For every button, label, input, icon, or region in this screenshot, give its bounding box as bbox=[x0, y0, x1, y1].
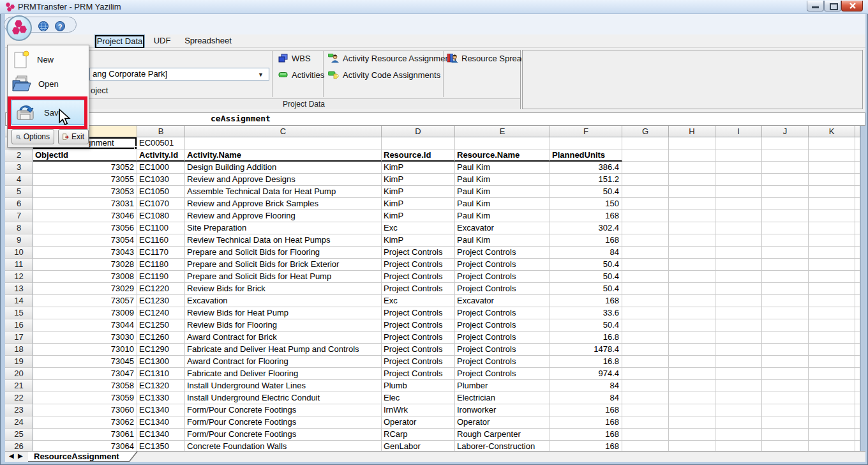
cell[interactable]: Project Controls bbox=[382, 356, 455, 368]
cell[interactable]: Exc bbox=[382, 295, 455, 307]
cell[interactable]: Review and Approve Flooring bbox=[185, 210, 382, 222]
cell[interactable] bbox=[669, 149, 715, 162]
cell[interactable] bbox=[715, 307, 762, 319]
cell[interactable] bbox=[715, 392, 762, 404]
ribbon-item-activity-resource-assignments[interactable]: Activity Resource Assignments bbox=[328, 53, 456, 63]
cell[interactable] bbox=[185, 137, 382, 149]
cell[interactable] bbox=[669, 259, 715, 271]
cell[interactable]: Review and Approve Designs bbox=[185, 174, 382, 186]
cell[interactable]: EC1050 bbox=[137, 186, 185, 198]
project-selector-dropdown[interactable]: ang Corporate Park] bbox=[89, 68, 269, 80]
cell[interactable]: Form/Pour Concrete Footings bbox=[185, 404, 382, 416]
cell[interactable] bbox=[762, 271, 809, 283]
cell[interactable]: IrnWrk bbox=[382, 404, 455, 416]
cell[interactable]: Electrician bbox=[455, 392, 550, 404]
column-header-I[interactable]: I bbox=[715, 126, 762, 137]
cell[interactable] bbox=[809, 283, 855, 295]
row-header[interactable]: 13 bbox=[5, 283, 33, 295]
cell[interactable] bbox=[455, 137, 550, 149]
cell[interactable] bbox=[715, 380, 762, 392]
cell[interactable]: 73060 bbox=[33, 404, 137, 416]
cell[interactable]: 73057 bbox=[33, 295, 137, 307]
cell[interactable]: 168 bbox=[550, 234, 622, 247]
cell[interactable] bbox=[762, 259, 809, 271]
cell[interactable] bbox=[809, 368, 855, 380]
row-header[interactable]: 14 bbox=[5, 295, 33, 307]
cell[interactable]: Install Underground Water Lines bbox=[185, 380, 382, 392]
column-header-D[interactable]: D bbox=[382, 126, 455, 137]
cell[interactable]: Plumb bbox=[382, 380, 455, 392]
cell[interactable] bbox=[809, 247, 855, 259]
cell[interactable] bbox=[855, 234, 860, 247]
cell[interactable]: Paul Kim bbox=[455, 198, 550, 210]
cell[interactable] bbox=[855, 344, 860, 356]
cell[interactable] bbox=[715, 271, 762, 283]
cell[interactable]: 84 bbox=[550, 380, 622, 392]
cell[interactable]: 73047 bbox=[33, 368, 137, 380]
cell[interactable]: 151.2 bbox=[550, 174, 622, 186]
cell[interactable] bbox=[762, 198, 809, 210]
cell[interactable] bbox=[715, 222, 762, 234]
menu-item-new[interactable]: New bbox=[13, 50, 54, 69]
row-header[interactable]: 6 bbox=[5, 198, 33, 210]
cell[interactable]: 16.8 bbox=[550, 356, 622, 368]
cell[interactable] bbox=[762, 392, 809, 404]
cell[interactable]: 73053 bbox=[33, 186, 137, 198]
cell[interactable] bbox=[669, 307, 715, 319]
row-header[interactable]: 9 bbox=[5, 234, 33, 247]
cell[interactable] bbox=[715, 174, 762, 186]
row-header[interactable]: 25 bbox=[5, 429, 33, 441]
cell[interactable] bbox=[715, 162, 762, 174]
cell[interactable]: 73054 bbox=[33, 234, 137, 247]
cell[interactable] bbox=[855, 295, 860, 307]
cell[interactable] bbox=[762, 186, 809, 198]
cell[interactable] bbox=[809, 380, 855, 392]
cell[interactable] bbox=[622, 356, 669, 368]
cell[interactable] bbox=[669, 332, 715, 344]
cell[interactable] bbox=[762, 441, 809, 451]
cell[interactable]: EC1240 bbox=[137, 307, 185, 319]
cell[interactable]: Project Controls bbox=[455, 332, 550, 344]
cell[interactable]: Project Controls bbox=[382, 344, 455, 356]
cell[interactable]: Review Bids for Flooring bbox=[185, 319, 382, 332]
cell[interactable] bbox=[809, 319, 855, 332]
cell[interactable] bbox=[669, 174, 715, 186]
cell[interactable]: EC1160 bbox=[137, 234, 185, 247]
row-header[interactable]: 12 bbox=[5, 271, 33, 283]
cell[interactable]: 168 bbox=[550, 295, 622, 307]
cell[interactable]: Ironworker bbox=[455, 404, 550, 416]
cell[interactable]: EC1300 bbox=[137, 356, 185, 368]
row-header[interactable]: 16 bbox=[5, 319, 33, 332]
cell[interactable]: 73055 bbox=[33, 174, 137, 186]
cell[interactable]: 974.4 bbox=[550, 368, 622, 380]
cell[interactable]: 50.4 bbox=[550, 259, 622, 271]
cell[interactable] bbox=[669, 162, 715, 174]
cell[interactable] bbox=[809, 137, 855, 149]
cell[interactable]: EC1170 bbox=[137, 247, 185, 259]
minimize-button[interactable] bbox=[807, 1, 824, 11]
cell[interactable]: EC1290 bbox=[137, 344, 185, 356]
cell[interactable] bbox=[809, 186, 855, 198]
cell[interactable]: Prepare and Solicit Bids for Flooring bbox=[185, 247, 382, 259]
cell[interactable] bbox=[622, 416, 669, 429]
cell[interactable] bbox=[622, 222, 669, 234]
cell[interactable]: 50.4 bbox=[550, 186, 622, 198]
cell[interactable] bbox=[809, 222, 855, 234]
cell[interactable] bbox=[855, 222, 860, 234]
column-header-F[interactable]: F bbox=[550, 126, 622, 137]
cell[interactable]: 302.4 bbox=[550, 222, 622, 234]
cell[interactable] bbox=[669, 295, 715, 307]
menu-item-open[interactable]: Open bbox=[11, 75, 59, 93]
cell[interactable] bbox=[855, 271, 860, 283]
cell[interactable] bbox=[622, 319, 669, 332]
cell[interactable] bbox=[669, 222, 715, 234]
row-header[interactable]: 4 bbox=[5, 174, 33, 186]
cell[interactable] bbox=[809, 441, 855, 451]
column-header-G[interactable]: G bbox=[622, 126, 669, 137]
cell[interactable]: 73044 bbox=[33, 319, 137, 332]
cell[interactable]: 50.4 bbox=[550, 283, 622, 295]
cell[interactable] bbox=[809, 307, 855, 319]
cell[interactable] bbox=[622, 441, 669, 451]
cell[interactable]: Paul Kim bbox=[455, 234, 550, 247]
cell[interactable]: Project Controls bbox=[455, 247, 550, 259]
